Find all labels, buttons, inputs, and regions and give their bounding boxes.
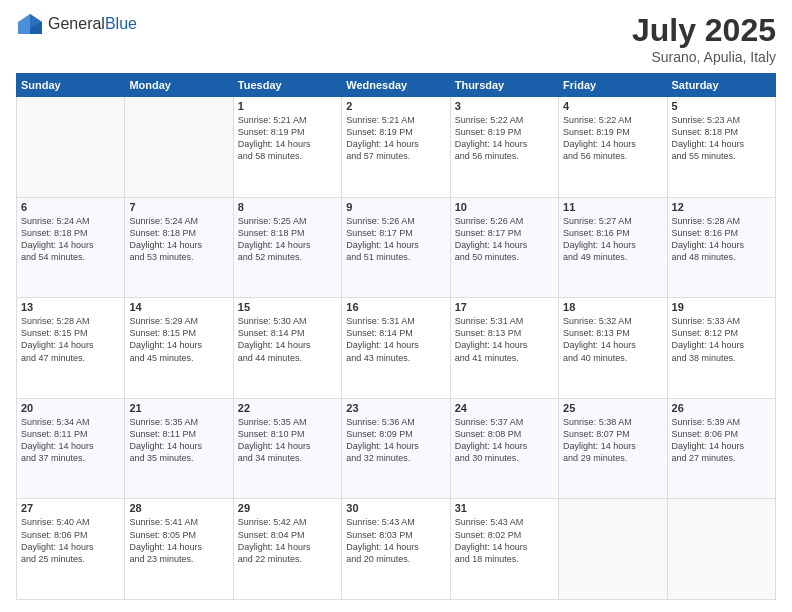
day-number: 18 — [563, 301, 662, 313]
calendar-body: 1Sunrise: 5:21 AM Sunset: 8:19 PM Daylig… — [17, 97, 776, 600]
day-number: 27 — [21, 502, 120, 514]
day-number: 3 — [455, 100, 554, 112]
day-number: 17 — [455, 301, 554, 313]
day-info: Sunrise: 5:39 AM Sunset: 8:06 PM Dayligh… — [672, 416, 771, 465]
day-info: Sunrise: 5:36 AM Sunset: 8:09 PM Dayligh… — [346, 416, 445, 465]
day-cell: 25Sunrise: 5:38 AM Sunset: 8:07 PM Dayli… — [559, 398, 667, 499]
calendar-header: Sunday Monday Tuesday Wednesday Thursday… — [17, 74, 776, 97]
day-cell: 29Sunrise: 5:42 AM Sunset: 8:04 PM Dayli… — [233, 499, 341, 600]
day-cell — [125, 97, 233, 198]
day-info: Sunrise: 5:24 AM Sunset: 8:18 PM Dayligh… — [21, 215, 120, 264]
day-info: Sunrise: 5:22 AM Sunset: 8:19 PM Dayligh… — [563, 114, 662, 163]
day-cell: 5Sunrise: 5:23 AM Sunset: 8:18 PM Daylig… — [667, 97, 775, 198]
day-number: 30 — [346, 502, 445, 514]
day-cell: 21Sunrise: 5:35 AM Sunset: 8:11 PM Dayli… — [125, 398, 233, 499]
day-cell — [559, 499, 667, 600]
day-number: 24 — [455, 402, 554, 414]
day-cell: 3Sunrise: 5:22 AM Sunset: 8:19 PM Daylig… — [450, 97, 558, 198]
day-number: 31 — [455, 502, 554, 514]
day-cell — [17, 97, 125, 198]
day-number: 2 — [346, 100, 445, 112]
week-row-5: 27Sunrise: 5:40 AM Sunset: 8:06 PM Dayli… — [17, 499, 776, 600]
day-cell: 27Sunrise: 5:40 AM Sunset: 8:06 PM Dayli… — [17, 499, 125, 600]
day-cell: 11Sunrise: 5:27 AM Sunset: 8:16 PM Dayli… — [559, 197, 667, 298]
day-number: 29 — [238, 502, 337, 514]
calendar-table: Sunday Monday Tuesday Wednesday Thursday… — [16, 73, 776, 600]
day-info: Sunrise: 5:31 AM Sunset: 8:14 PM Dayligh… — [346, 315, 445, 364]
day-number: 16 — [346, 301, 445, 313]
day-info: Sunrise: 5:38 AM Sunset: 8:07 PM Dayligh… — [563, 416, 662, 465]
day-cell — [667, 499, 775, 600]
day-cell: 26Sunrise: 5:39 AM Sunset: 8:06 PM Dayli… — [667, 398, 775, 499]
logo: GeneralBlue — [16, 12, 137, 36]
day-number: 8 — [238, 201, 337, 213]
day-number: 19 — [672, 301, 771, 313]
day-info: Sunrise: 5:28 AM Sunset: 8:16 PM Dayligh… — [672, 215, 771, 264]
page: GeneralBlue July 2025 Surano, Apulia, It… — [0, 0, 792, 612]
day-cell: 17Sunrise: 5:31 AM Sunset: 8:13 PM Dayli… — [450, 298, 558, 399]
day-info: Sunrise: 5:24 AM Sunset: 8:18 PM Dayligh… — [129, 215, 228, 264]
day-cell: 30Sunrise: 5:43 AM Sunset: 8:03 PM Dayli… — [342, 499, 450, 600]
day-info: Sunrise: 5:35 AM Sunset: 8:11 PM Dayligh… — [129, 416, 228, 465]
svg-marker-1 — [18, 14, 30, 34]
day-info: Sunrise: 5:21 AM Sunset: 8:19 PM Dayligh… — [346, 114, 445, 163]
col-monday: Monday — [125, 74, 233, 97]
day-cell: 7Sunrise: 5:24 AM Sunset: 8:18 PM Daylig… — [125, 197, 233, 298]
header-row: Sunday Monday Tuesday Wednesday Thursday… — [17, 74, 776, 97]
day-info: Sunrise: 5:21 AM Sunset: 8:19 PM Dayligh… — [238, 114, 337, 163]
day-cell: 13Sunrise: 5:28 AM Sunset: 8:15 PM Dayli… — [17, 298, 125, 399]
header: GeneralBlue July 2025 Surano, Apulia, It… — [16, 12, 776, 65]
day-cell: 23Sunrise: 5:36 AM Sunset: 8:09 PM Dayli… — [342, 398, 450, 499]
day-cell: 20Sunrise: 5:34 AM Sunset: 8:11 PM Dayli… — [17, 398, 125, 499]
day-info: Sunrise: 5:26 AM Sunset: 8:17 PM Dayligh… — [346, 215, 445, 264]
day-number: 5 — [672, 100, 771, 112]
day-info: Sunrise: 5:27 AM Sunset: 8:16 PM Dayligh… — [563, 215, 662, 264]
week-row-4: 20Sunrise: 5:34 AM Sunset: 8:11 PM Dayli… — [17, 398, 776, 499]
day-cell: 24Sunrise: 5:37 AM Sunset: 8:08 PM Dayli… — [450, 398, 558, 499]
logo-general: General — [48, 15, 105, 32]
col-tuesday: Tuesday — [233, 74, 341, 97]
day-number: 15 — [238, 301, 337, 313]
col-saturday: Saturday — [667, 74, 775, 97]
day-info: Sunrise: 5:32 AM Sunset: 8:13 PM Dayligh… — [563, 315, 662, 364]
day-cell: 22Sunrise: 5:35 AM Sunset: 8:10 PM Dayli… — [233, 398, 341, 499]
day-number: 10 — [455, 201, 554, 213]
day-cell: 16Sunrise: 5:31 AM Sunset: 8:14 PM Dayli… — [342, 298, 450, 399]
day-cell: 9Sunrise: 5:26 AM Sunset: 8:17 PM Daylig… — [342, 197, 450, 298]
day-cell: 10Sunrise: 5:26 AM Sunset: 8:17 PM Dayli… — [450, 197, 558, 298]
day-number: 7 — [129, 201, 228, 213]
day-info: Sunrise: 5:25 AM Sunset: 8:18 PM Dayligh… — [238, 215, 337, 264]
day-cell: 19Sunrise: 5:33 AM Sunset: 8:12 PM Dayli… — [667, 298, 775, 399]
day-number: 13 — [21, 301, 120, 313]
logo-icon — [16, 12, 44, 36]
day-info: Sunrise: 5:35 AM Sunset: 8:10 PM Dayligh… — [238, 416, 337, 465]
day-info: Sunrise: 5:26 AM Sunset: 8:17 PM Dayligh… — [455, 215, 554, 264]
day-cell: 12Sunrise: 5:28 AM Sunset: 8:16 PM Dayli… — [667, 197, 775, 298]
day-number: 21 — [129, 402, 228, 414]
day-info: Sunrise: 5:34 AM Sunset: 8:11 PM Dayligh… — [21, 416, 120, 465]
day-number: 6 — [21, 201, 120, 213]
day-number: 11 — [563, 201, 662, 213]
day-cell: 6Sunrise: 5:24 AM Sunset: 8:18 PM Daylig… — [17, 197, 125, 298]
day-cell: 8Sunrise: 5:25 AM Sunset: 8:18 PM Daylig… — [233, 197, 341, 298]
week-row-1: 1Sunrise: 5:21 AM Sunset: 8:19 PM Daylig… — [17, 97, 776, 198]
day-number: 26 — [672, 402, 771, 414]
day-number: 4 — [563, 100, 662, 112]
col-thursday: Thursday — [450, 74, 558, 97]
day-cell: 15Sunrise: 5:30 AM Sunset: 8:14 PM Dayli… — [233, 298, 341, 399]
day-info: Sunrise: 5:31 AM Sunset: 8:13 PM Dayligh… — [455, 315, 554, 364]
day-number: 25 — [563, 402, 662, 414]
week-row-3: 13Sunrise: 5:28 AM Sunset: 8:15 PM Dayli… — [17, 298, 776, 399]
day-cell: 14Sunrise: 5:29 AM Sunset: 8:15 PM Dayli… — [125, 298, 233, 399]
day-info: Sunrise: 5:30 AM Sunset: 8:14 PM Dayligh… — [238, 315, 337, 364]
logo-blue: Blue — [105, 15, 137, 32]
col-friday: Friday — [559, 74, 667, 97]
day-info: Sunrise: 5:22 AM Sunset: 8:19 PM Dayligh… — [455, 114, 554, 163]
day-info: Sunrise: 5:42 AM Sunset: 8:04 PM Dayligh… — [238, 516, 337, 565]
col-wednesday: Wednesday — [342, 74, 450, 97]
day-info: Sunrise: 5:43 AM Sunset: 8:02 PM Dayligh… — [455, 516, 554, 565]
day-number: 9 — [346, 201, 445, 213]
day-number: 23 — [346, 402, 445, 414]
day-info: Sunrise: 5:29 AM Sunset: 8:15 PM Dayligh… — [129, 315, 228, 364]
day-info: Sunrise: 5:28 AM Sunset: 8:15 PM Dayligh… — [21, 315, 120, 364]
